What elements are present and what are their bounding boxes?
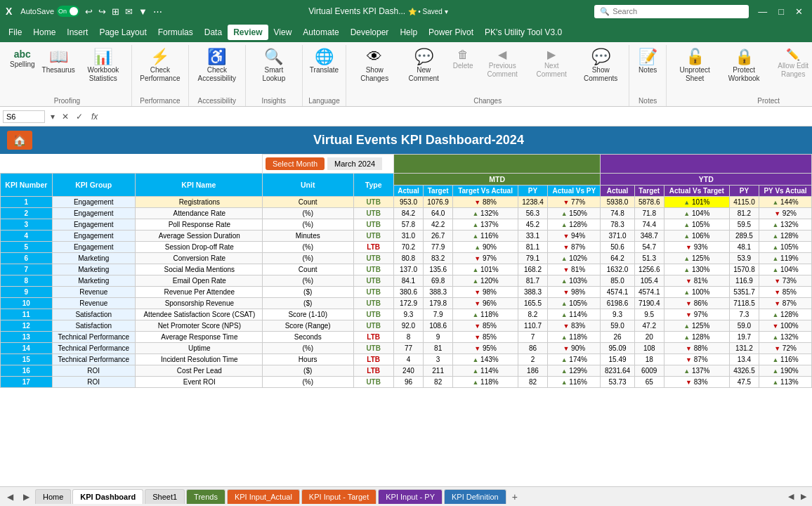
mtd-py-cell: 388.3 <box>518 287 547 298</box>
tab-scroll-left[interactable]: ◀ <box>785 491 797 502</box>
delete-comment-button[interactable]: 🗑 Delete <box>449 46 477 73</box>
next-comment-button[interactable]: ▶ Next Comment <box>528 46 575 82</box>
tab-kpi-input-actual[interactable]: KPI Input_Actual <box>227 489 300 504</box>
tab-scroll-right[interactable]: ▶ <box>798 491 809 502</box>
ytd-tvsa-cell: ▲ 125% <box>664 253 729 264</box>
ytd-actual-header: Actual <box>601 186 634 197</box>
redo-button[interactable]: ↪ <box>98 6 106 17</box>
tab-prev-button[interactable]: ◀ <box>3 491 18 503</box>
menu-data[interactable]: Data <box>199 25 228 40</box>
table-row[interactable]: 10 Revenue Sponsorship Revenue ($) UTB 1… <box>1 298 812 309</box>
thesaurus-button[interactable]: 📖 Thesaurus <box>39 46 78 77</box>
filter-icon[interactable]: ▼ <box>138 6 148 17</box>
table-row[interactable]: 8 Marketing Email Open Rate (%) UTB 84.1… <box>1 275 812 287</box>
home-icon[interactable]: 🏠 <box>7 131 32 150</box>
add-sheet-button[interactable]: + <box>508 490 522 504</box>
table-row[interactable]: 7 Marketing Social Media Mentions Count … <box>1 264 812 275</box>
menu-power-pivot[interactable]: Power Pivot <box>423 25 479 40</box>
kpi-number-cell: 9 <box>1 287 53 298</box>
prev-comment-button[interactable]: ◀ Previous Comment <box>478 46 526 82</box>
expand-ref-button[interactable]: ▾ <box>48 110 58 123</box>
menu-home[interactable]: Home <box>27 25 61 40</box>
table-row[interactable]: 11 Satisfaction Attendee Satisfaction Sc… <box>1 309 812 320</box>
table-row[interactable]: 2 Engagement Attendance Rate (%) UTB 84.… <box>1 208 812 219</box>
cell-ref-input[interactable] <box>3 110 45 123</box>
unprotect-sheet-button[interactable]: 🔓 Unprotect Sheet <box>671 46 719 86</box>
close-button[interactable]: ✕ <box>792 5 806 18</box>
table-row[interactable]: 9 Revenue Revenue Per Attendee ($) UTB 3… <box>1 287 812 298</box>
maximize-button[interactable]: □ <box>775 5 787 18</box>
table-row[interactable]: 6 Marketing Conversion Rate (%) UTB 80.8… <box>1 253 812 264</box>
check-accessibility-button[interactable]: ♿ Check Accessibility <box>193 46 241 86</box>
table-row[interactable]: 5 Engagement Session Drop-off Rate (%) L… <box>1 242 812 253</box>
workbook-stats-button[interactable]: 📊 Workbook Statistics <box>79 46 127 86</box>
grid-icon[interactable]: ⊞ <box>112 6 119 17</box>
table-row[interactable]: 4 Engagement Average Session Duration Mi… <box>1 231 812 242</box>
kpi-number-header: KPI Number <box>1 174 53 197</box>
email-icon[interactable]: ✉ <box>125 6 133 17</box>
tab-kpi-input-target[interactable]: KPI Input - Target <box>301 489 376 504</box>
table-row[interactable]: 15 Technical Performance Incident Resolu… <box>1 354 812 365</box>
minimize-button[interactable]: — <box>754 5 771 18</box>
mtd-tvsa-cell: ▼ 95% <box>453 343 518 354</box>
notes-label: Notes <box>639 66 657 74</box>
tab-next-button[interactable]: ▶ <box>19 491 34 503</box>
menu-view[interactable]: View <box>268 25 298 40</box>
mtd-actual-cell: 9.3 <box>393 309 423 320</box>
tab-trends[interactable]: Trends <box>186 489 225 504</box>
menu-pks-utility[interactable]: PK's Utility Tool V3.0 <box>479 25 568 40</box>
ribbon-group-changes: 👁 Show Changes 💬 New Comment 🗑 Delete ◀ … <box>346 45 629 106</box>
ytd-py-cell: 289.5 <box>729 231 759 242</box>
tab-kpi-input-py[interactable]: KPI Input - PY <box>378 489 443 504</box>
menu-formulas[interactable]: Formulas <box>152 25 199 40</box>
table-row[interactable]: 13 Technical Performance Average Respons… <box>1 332 812 343</box>
allow-edit-ranges-button[interactable]: ✏️ Allow Edit Ranges <box>769 46 812 82</box>
spelling-button[interactable]: abc Spelling <box>7 46 38 72</box>
tab-sheet1[interactable]: Sheet1 <box>145 489 185 504</box>
mtd-py-cell: 45.2 <box>518 219 547 231</box>
translate-button[interactable]: 🌐 Translate <box>307 46 341 77</box>
show-changes-button[interactable]: 👁 Show Changes <box>351 46 398 86</box>
kpi-name-cell: Net Promoter Score (NPS) <box>135 320 262 332</box>
menu-automate[interactable]: Automate <box>297 25 344 40</box>
kpi-group-cell: Satisfaction <box>52 320 135 332</box>
show-comments-button[interactable]: 💬 Show Comments <box>577 46 624 86</box>
menu-developer[interactable]: Developer <box>345 25 395 40</box>
tab-home[interactable]: Home <box>35 489 71 504</box>
tab-kpi-definition[interactable]: KPI Definition <box>444 489 506 504</box>
more-tools-icon[interactable]: ⋯ <box>153 6 162 17</box>
ytd-avspy-cell: ▼ 72% <box>759 343 812 354</box>
cancel-formula-button[interactable]: ✕ <box>59 110 72 123</box>
menu-review[interactable]: Review <box>228 25 268 40</box>
menu-page-layout[interactable]: Page Layout <box>93 25 152 40</box>
tab-kpi-dashboard[interactable]: KPI Dashboard <box>72 489 143 504</box>
new-comment-button[interactable]: 💬 New Comment <box>400 46 447 86</box>
table-row[interactable]: 3 Engagement Poll Response Rate (%) UTB … <box>1 219 812 231</box>
ytd-header-cell <box>601 155 812 174</box>
fx-label: fx <box>89 112 100 122</box>
confirm-formula-button[interactable]: ✓ <box>73 110 86 123</box>
formula-input[interactable] <box>103 112 809 121</box>
check-performance-button[interactable]: ⚡ Check Performance <box>136 46 184 86</box>
autosave-toggle[interactable]: On <box>57 6 79 17</box>
select-month-button[interactable]: Select Month <box>266 157 325 170</box>
mtd-actual-cell: 57.8 <box>393 219 423 231</box>
menu-insert[interactable]: Insert <box>61 25 93 40</box>
undo-button[interactable]: ↩ <box>85 6 93 17</box>
menu-file[interactable]: File <box>3 25 27 40</box>
table-row[interactable]: 16 ROI Cost Per Lead ($) LTB 240 211 ▲ 1… <box>1 365 812 377</box>
mtd-avspy-cell: ▼ 90% <box>548 343 601 354</box>
table-row[interactable]: 17 ROI Event ROI (%) UTB 96 82 ▲ 118% 82… <box>1 377 812 388</box>
ytd-target-cell: 105.4 <box>634 275 664 287</box>
menu-help[interactable]: Help <box>394 25 423 40</box>
smart-lookup-button[interactable]: 🔍 Smart Lookup <box>250 46 298 86</box>
notes-button[interactable]: 📝 Notes <box>634 46 662 77</box>
table-row[interactable]: 12 Satisfaction Net Promoter Score (NPS)… <box>1 320 812 332</box>
search-box[interactable]: 🔍 <box>594 5 749 18</box>
search-input[interactable] <box>613 7 743 15</box>
ytd-py-cell: 131.2 <box>729 343 759 354</box>
ytd-tvsa-cell: ▼ 88% <box>664 343 729 354</box>
table-row[interactable]: 1 Engagement Registrations Count UTB 953… <box>1 197 812 208</box>
protect-workbook-button[interactable]: 🔒 Protect Workbook <box>720 46 768 86</box>
table-row[interactable]: 14 Technical Performance Uptime (%) UTB … <box>1 343 812 354</box>
